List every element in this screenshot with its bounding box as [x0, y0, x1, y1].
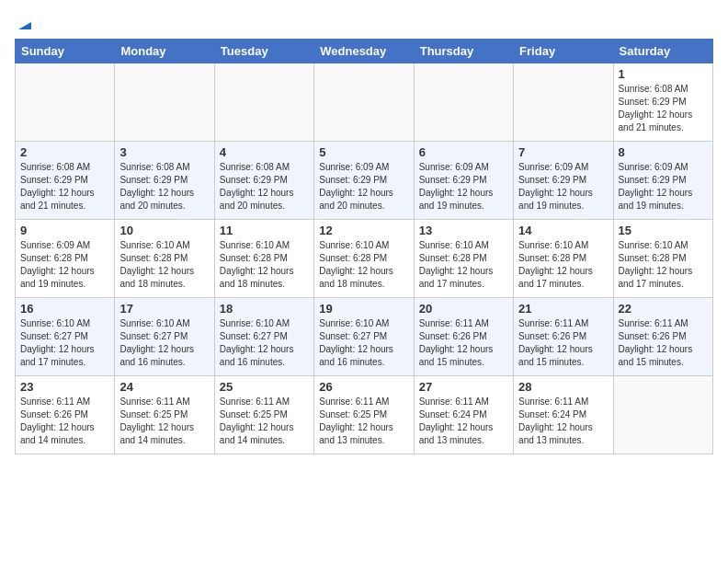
calendar-cell	[314, 63, 414, 142]
calendar-week-row: 1Sunrise: 6:08 AM Sunset: 6:29 PM Daylig…	[16, 63, 713, 142]
logo-triangle-icon	[17, 15, 33, 31]
day-info: Sunrise: 6:10 AM Sunset: 6:28 PM Dayligh…	[319, 239, 408, 291]
day-info: Sunrise: 6:09 AM Sunset: 6:29 PM Dayligh…	[319, 161, 408, 213]
weekday-header-monday: Monday	[115, 40, 214, 63]
calendar-cell: 13Sunrise: 6:10 AM Sunset: 6:28 PM Dayli…	[414, 220, 513, 298]
day-info: Sunrise: 6:11 AM Sunset: 6:25 PM Dayligh…	[220, 396, 309, 447]
day-info: Sunrise: 6:08 AM Sunset: 6:29 PM Dayligh…	[619, 83, 708, 134]
day-number: 13	[419, 224, 508, 237]
calendar-cell: 7Sunrise: 6:09 AM Sunset: 6:29 PM Daylig…	[514, 142, 613, 220]
day-info: Sunrise: 6:08 AM Sunset: 6:29 PM Dayligh…	[119, 161, 209, 213]
day-number: 7	[518, 145, 608, 159]
day-info: Sunrise: 6:10 AM Sunset: 6:28 PM Dayligh…	[518, 239, 608, 291]
day-info: Sunrise: 6:08 AM Sunset: 6:29 PM Dayligh…	[220, 161, 309, 213]
calendar-week-row: 23Sunrise: 6:11 AM Sunset: 6:26 PM Dayli…	[16, 376, 713, 454]
day-info: Sunrise: 6:09 AM Sunset: 6:28 PM Dayligh…	[20, 239, 109, 291]
day-info: Sunrise: 6:08 AM Sunset: 6:29 PM Dayligh…	[20, 161, 109, 213]
weekday-header-sunday: Sunday	[16, 40, 115, 63]
calendar-cell: 11Sunrise: 6:10 AM Sunset: 6:28 PM Dayli…	[214, 220, 313, 298]
calendar-cell	[514, 63, 613, 142]
day-number: 24	[119, 380, 209, 394]
calendar-cell	[214, 63, 313, 142]
day-number: 27	[419, 380, 508, 394]
day-number: 18	[220, 302, 309, 316]
calendar-week-row: 2Sunrise: 6:08 AM Sunset: 6:29 PM Daylig…	[16, 142, 713, 220]
calendar-cell	[613, 376, 712, 454]
calendar-cell: 8Sunrise: 6:09 AM Sunset: 6:29 PM Daylig…	[613, 142, 712, 220]
day-number: 20	[419, 302, 508, 316]
day-number: 5	[319, 145, 408, 159]
day-number: 1	[619, 67, 708, 81]
day-info: Sunrise: 6:11 AM Sunset: 6:24 PM Dayligh…	[518, 396, 608, 447]
day-number: 25	[220, 380, 309, 394]
calendar-week-row: 9Sunrise: 6:09 AM Sunset: 6:28 PM Daylig…	[16, 220, 713, 298]
calendar-cell: 25Sunrise: 6:11 AM Sunset: 6:25 PM Dayli…	[214, 376, 313, 454]
weekday-header-tuesday: Tuesday	[214, 40, 313, 63]
calendar-cell	[115, 63, 214, 142]
weekday-header-wednesday: Wednesday	[314, 40, 414, 63]
day-info: Sunrise: 6:11 AM Sunset: 6:25 PM Dayligh…	[119, 396, 209, 447]
calendar-cell: 20Sunrise: 6:11 AM Sunset: 6:26 PM Dayli…	[414, 298, 513, 376]
day-number: 9	[20, 224, 109, 237]
weekday-header-friday: Friday	[514, 40, 613, 63]
day-info: Sunrise: 6:10 AM Sunset: 6:27 PM Dayligh…	[119, 317, 209, 369]
logo	[15, 15, 33, 28]
day-number: 21	[518, 302, 608, 316]
calendar-cell: 9Sunrise: 6:09 AM Sunset: 6:28 PM Daylig…	[16, 220, 115, 298]
calendar-cell: 12Sunrise: 6:10 AM Sunset: 6:28 PM Dayli…	[314, 220, 414, 298]
day-number: 10	[119, 224, 209, 237]
calendar-cell: 4Sunrise: 6:08 AM Sunset: 6:29 PM Daylig…	[214, 142, 313, 220]
day-info: Sunrise: 6:09 AM Sunset: 6:29 PM Dayligh…	[518, 161, 608, 213]
day-info: Sunrise: 6:11 AM Sunset: 6:26 PM Dayligh…	[518, 317, 608, 369]
day-number: 26	[319, 380, 408, 394]
day-number: 11	[220, 224, 309, 237]
day-number: 3	[119, 145, 209, 159]
day-number: 8	[619, 145, 708, 159]
calendar-cell: 6Sunrise: 6:09 AM Sunset: 6:29 PM Daylig…	[414, 142, 513, 220]
day-info: Sunrise: 6:10 AM Sunset: 6:28 PM Dayligh…	[119, 239, 209, 291]
day-number: 6	[419, 145, 508, 159]
calendar-cell: 16Sunrise: 6:10 AM Sunset: 6:27 PM Dayli…	[16, 298, 115, 376]
calendar-week-row: 16Sunrise: 6:10 AM Sunset: 6:27 PM Dayli…	[16, 298, 713, 376]
calendar-cell: 21Sunrise: 6:11 AM Sunset: 6:26 PM Dayli…	[514, 298, 613, 376]
day-number: 16	[20, 302, 109, 316]
day-info: Sunrise: 6:11 AM Sunset: 6:25 PM Dayligh…	[319, 396, 408, 447]
calendar-cell: 23Sunrise: 6:11 AM Sunset: 6:26 PM Dayli…	[16, 376, 115, 454]
calendar-cell: 19Sunrise: 6:10 AM Sunset: 6:27 PM Dayli…	[314, 298, 414, 376]
calendar-cell: 3Sunrise: 6:08 AM Sunset: 6:29 PM Daylig…	[115, 142, 214, 220]
calendar-header-row: SundayMondayTuesdayWednesdayThursdayFrid…	[16, 40, 713, 63]
calendar-cell	[16, 63, 115, 142]
calendar-cell	[414, 63, 513, 142]
day-info: Sunrise: 6:11 AM Sunset: 6:26 PM Dayligh…	[619, 317, 708, 369]
day-number: 28	[518, 380, 608, 394]
calendar-cell: 28Sunrise: 6:11 AM Sunset: 6:24 PM Dayli…	[514, 376, 613, 454]
day-number: 23	[20, 380, 109, 394]
day-info: Sunrise: 6:10 AM Sunset: 6:27 PM Dayligh…	[20, 317, 109, 369]
day-info: Sunrise: 6:10 AM Sunset: 6:28 PM Dayligh…	[619, 239, 708, 291]
day-info: Sunrise: 6:11 AM Sunset: 6:26 PM Dayligh…	[20, 396, 109, 447]
day-number: 14	[518, 224, 608, 237]
weekday-header-thursday: Thursday	[414, 40, 513, 63]
calendar-cell: 22Sunrise: 6:11 AM Sunset: 6:26 PM Dayli…	[613, 298, 712, 376]
calendar-cell: 26Sunrise: 6:11 AM Sunset: 6:25 PM Dayli…	[314, 376, 414, 454]
calendar-table: SundayMondayTuesdayWednesdayThursdayFrid…	[15, 39, 713, 454]
day-number: 19	[319, 302, 408, 316]
day-info: Sunrise: 6:10 AM Sunset: 6:27 PM Dayligh…	[220, 317, 309, 369]
day-info: Sunrise: 6:11 AM Sunset: 6:24 PM Dayligh…	[419, 396, 508, 447]
day-info: Sunrise: 6:10 AM Sunset: 6:28 PM Dayligh…	[220, 239, 309, 291]
calendar-cell: 5Sunrise: 6:09 AM Sunset: 6:29 PM Daylig…	[314, 142, 414, 220]
day-info: Sunrise: 6:11 AM Sunset: 6:26 PM Dayligh…	[419, 317, 508, 369]
calendar-cell: 10Sunrise: 6:10 AM Sunset: 6:28 PM Dayli…	[115, 220, 214, 298]
day-info: Sunrise: 6:09 AM Sunset: 6:29 PM Dayligh…	[419, 161, 508, 213]
day-number: 15	[619, 224, 708, 237]
page-header	[15, 15, 713, 28]
day-number: 4	[220, 145, 309, 159]
calendar-cell: 1Sunrise: 6:08 AM Sunset: 6:29 PM Daylig…	[613, 63, 712, 142]
day-info: Sunrise: 6:10 AM Sunset: 6:27 PM Dayligh…	[319, 317, 408, 369]
calendar-cell: 17Sunrise: 6:10 AM Sunset: 6:27 PM Dayli…	[115, 298, 214, 376]
calendar-cell: 15Sunrise: 6:10 AM Sunset: 6:28 PM Dayli…	[613, 220, 712, 298]
day-info: Sunrise: 6:09 AM Sunset: 6:29 PM Dayligh…	[619, 161, 708, 213]
day-number: 17	[119, 302, 209, 316]
day-info: Sunrise: 6:10 AM Sunset: 6:28 PM Dayligh…	[419, 239, 508, 291]
calendar-cell: 14Sunrise: 6:10 AM Sunset: 6:28 PM Dayli…	[514, 220, 613, 298]
